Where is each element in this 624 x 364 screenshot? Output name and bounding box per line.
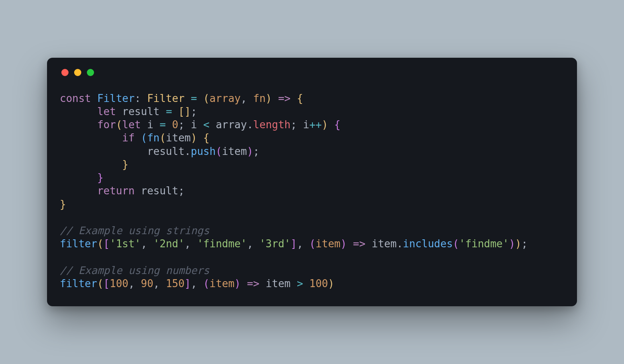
code-token: =	[159, 119, 166, 131]
code-token: )	[341, 238, 347, 250]
code-window: const Filter: Filter = (array, fn) => { …	[47, 58, 577, 307]
code-token	[197, 132, 203, 144]
code-token: [	[104, 278, 110, 290]
code-token: [	[104, 238, 110, 250]
code-token: <	[203, 119, 210, 131]
code-token: (	[159, 132, 166, 144]
code-token: item	[266, 278, 291, 290]
code-token: item	[316, 238, 341, 250]
code-token	[166, 119, 172, 131]
code-token: 'findme'	[459, 238, 509, 250]
code-token	[60, 185, 97, 197]
code-token	[303, 278, 310, 290]
code-token: push	[191, 145, 216, 157]
code-token: (	[309, 238, 316, 250]
stage: const Filter: Filter = (array, fn) => { …	[0, 0, 624, 364]
code-token: []	[178, 106, 190, 117]
code-token	[197, 119, 203, 131]
code-token	[259, 278, 266, 290]
code-token	[60, 132, 122, 144]
code-token: (	[203, 92, 210, 104]
code-token	[197, 92, 203, 104]
code-token: const	[60, 92, 97, 104]
code-token: }	[60, 198, 66, 210]
code-token: length	[253, 119, 290, 131]
code-token: =	[166, 106, 172, 117]
code-token: )	[266, 92, 272, 104]
code-token	[328, 119, 334, 131]
code-token: =>	[247, 278, 259, 290]
code-token: ,	[128, 278, 141, 290]
code-token: for	[97, 119, 116, 131]
code-token: =>	[278, 92, 290, 104]
code-token: (	[453, 238, 459, 250]
code-token: (	[97, 278, 104, 290]
code-token: )	[328, 278, 334, 290]
code-token: ;	[253, 145, 259, 157]
code-token: {	[297, 92, 303, 104]
code-token	[365, 238, 372, 250]
code-token: filter	[60, 278, 97, 290]
code-token	[241, 278, 247, 290]
close-icon[interactable]	[61, 69, 69, 76]
code-token: (	[141, 132, 147, 144]
code-token: item	[372, 238, 397, 250]
code-token: if	[122, 132, 141, 144]
code-token: let	[97, 106, 122, 117]
code-token: )	[234, 278, 241, 290]
code-token: .	[184, 145, 191, 157]
code-token: (	[116, 119, 122, 131]
code-token	[210, 119, 216, 131]
code-token	[184, 92, 191, 104]
window-traffic-lights	[61, 69, 564, 76]
code-block: const Filter: Filter = (array, fn) => { …	[60, 92, 564, 291]
code-token	[347, 238, 353, 250]
code-token: ,	[141, 238, 153, 250]
code-token: ;	[522, 238, 528, 250]
code-token	[60, 119, 97, 131]
code-token: ,	[184, 238, 197, 250]
code-token	[60, 106, 97, 117]
code-token: item	[166, 132, 191, 144]
code-token: 100	[110, 278, 128, 290]
code-token	[60, 145, 147, 157]
code-token: )	[515, 238, 522, 250]
code-token: {	[334, 119, 341, 131]
code-token: ,	[153, 278, 166, 290]
code-token: fn	[253, 92, 265, 104]
code-token	[272, 92, 278, 104]
code-token: 150	[166, 278, 184, 290]
code-token: ;	[178, 185, 184, 197]
code-token: '3rd'	[259, 238, 290, 250]
code-token: 'findme'	[197, 238, 247, 250]
code-token: )	[247, 145, 253, 157]
code-token: filter	[60, 238, 97, 250]
code-token: let	[122, 119, 147, 131]
code-token	[60, 159, 122, 170]
code-token	[290, 92, 297, 104]
code-token: i	[191, 119, 197, 131]
minimize-icon[interactable]	[74, 69, 81, 76]
code-token: i	[303, 119, 310, 131]
code-token: ++	[309, 119, 322, 131]
code-token: result	[122, 106, 160, 117]
code-token: (	[216, 145, 222, 157]
code-token: ;	[290, 119, 303, 131]
code-token: result	[141, 185, 179, 197]
code-token: :	[135, 92, 147, 104]
code-token: ]	[184, 278, 191, 290]
code-token	[290, 278, 297, 290]
code-token: ,	[241, 92, 253, 104]
code-token: item	[210, 278, 235, 290]
code-token: // Example using numbers	[60, 264, 210, 276]
code-token: array	[216, 119, 247, 131]
code-token: 0	[172, 119, 179, 131]
code-token: {	[203, 132, 210, 144]
code-token: i	[147, 119, 153, 131]
code-token: .	[396, 238, 403, 250]
code-token: }	[97, 172, 104, 184]
code-token: ;	[178, 119, 190, 131]
code-token: ]	[290, 238, 297, 250]
code-token: .	[247, 119, 253, 131]
zoom-icon[interactable]	[87, 69, 94, 76]
